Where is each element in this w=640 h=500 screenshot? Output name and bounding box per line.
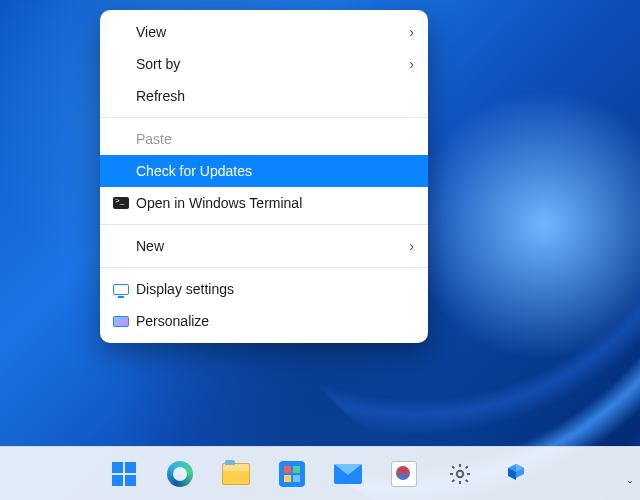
desktop[interactable]: View › Sort by › Refresh Paste Check for…: [0, 0, 640, 500]
taskbar-app-edge[interactable]: [163, 457, 197, 491]
edge-icon: [167, 461, 193, 487]
menu-item-new[interactable]: New ›: [100, 230, 428, 262]
chevron-right-icon: ›: [409, 25, 414, 39]
taskbar-app-paint[interactable]: [387, 457, 421, 491]
menu-item-open-in-terminal[interactable]: Open in Windows Terminal: [100, 187, 428, 219]
menu-item-view[interactable]: View ›: [100, 16, 428, 48]
cube-icon: [503, 461, 529, 487]
menu-label: Personalize: [132, 313, 414, 329]
taskbar-app-microsoft-store[interactable]: [275, 457, 309, 491]
store-icon: [279, 461, 305, 487]
paint-icon: [391, 461, 417, 487]
svg-point-0: [457, 470, 463, 476]
windows-logo-icon: [112, 462, 136, 486]
taskbar-app-mail[interactable]: [331, 457, 365, 491]
gear-icon: [447, 461, 473, 487]
personalize-icon: [110, 316, 132, 327]
menu-label: Refresh: [132, 88, 414, 104]
menu-item-personalize[interactable]: Personalize: [100, 305, 428, 337]
taskbar-app-generic[interactable]: [499, 457, 533, 491]
menu-separator: [100, 117, 428, 118]
display-icon: [110, 284, 132, 295]
folder-icon: [222, 463, 250, 485]
mail-icon: [334, 464, 362, 484]
menu-label: Paste: [132, 131, 414, 147]
menu-label: Open in Windows Terminal: [132, 195, 414, 211]
chevron-right-icon: ›: [409, 57, 414, 71]
taskbar-start-button[interactable]: [107, 457, 141, 491]
menu-item-paste: Paste: [100, 123, 428, 155]
taskbar-app-file-explorer[interactable]: [219, 457, 253, 491]
menu-label: View: [132, 24, 409, 40]
menu-item-sort-by[interactable]: Sort by ›: [100, 48, 428, 80]
desktop-context-menu: View › Sort by › Refresh Paste Check for…: [100, 10, 428, 343]
menu-item-display-settings[interactable]: Display settings: [100, 273, 428, 305]
menu-label: New: [132, 238, 409, 254]
taskbar-tray-overflow[interactable]: ˇ: [628, 480, 632, 494]
chevron-right-icon: ›: [409, 239, 414, 253]
menu-label: Sort by: [132, 56, 409, 72]
menu-item-refresh[interactable]: Refresh: [100, 80, 428, 112]
taskbar-app-settings[interactable]: [443, 457, 477, 491]
menu-label: Check for Updates: [132, 163, 414, 179]
menu-item-check-for-updates[interactable]: Check for Updates: [100, 155, 428, 187]
terminal-icon: [110, 197, 132, 209]
menu-separator: [100, 224, 428, 225]
menu-label: Display settings: [132, 281, 414, 297]
taskbar: ˇ: [0, 446, 640, 500]
menu-separator: [100, 267, 428, 268]
